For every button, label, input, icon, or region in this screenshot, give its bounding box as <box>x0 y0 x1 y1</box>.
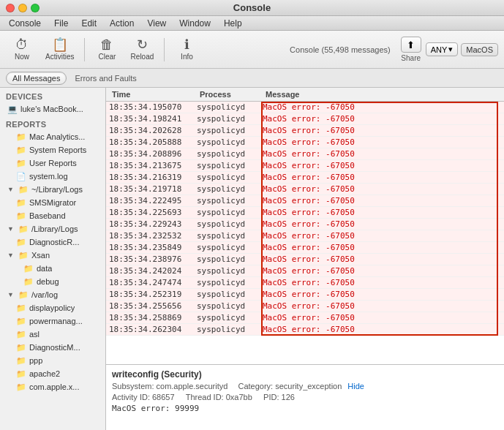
process-cell: syspolicyd <box>194 242 260 253</box>
sidebar-item-user-reports[interactable]: 📁 User Reports <box>1 156 104 170</box>
table-row[interactable]: 18:35:34.255656syspolicydMacOS error: -6… <box>106 301 504 312</box>
table-row[interactable]: 18:35:34.205888syspolicydMacOS error: -6… <box>106 137 504 148</box>
sidebar-item-library-logs-1[interactable]: ▼ 📁 ~/Library/Logs <box>1 183 104 196</box>
maximize-button[interactable] <box>31 4 40 12</box>
table-row[interactable]: 18:35:34.258869syspolicydMacOS error: -6… <box>106 312 504 324</box>
apache2-label: apache2 <box>29 369 60 378</box>
sidebar-item-system-reports[interactable]: 📁 System Reports <box>1 143 104 156</box>
sidebar-item-xsan[interactable]: ▼ 📁 Xsan <box>1 249 104 262</box>
now-button[interactable]: ⏱ Now <box>6 34 38 66</box>
table-row[interactable]: 18:35:34.195070syspolicydMacOS error: -6… <box>106 102 504 113</box>
activities-button[interactable]: 📋 Activities <box>41 34 78 66</box>
table-row[interactable]: 18:35:34.216319syspolicydMacOS error: -6… <box>106 172 504 184</box>
separator-2 <box>164 38 165 61</box>
table-row[interactable]: 18:35:34.222495syspolicydMacOS error: -6… <box>106 195 504 207</box>
share-button[interactable]: ⬆ <box>401 37 421 53</box>
table-row[interactable]: 18:35:34.232532syspolicydMacOS error: -6… <box>106 230 504 242</box>
log-rows-content: 18:35:34.195070syspolicydMacOS error: -6… <box>106 102 504 336</box>
folder-icon-9: 📁 <box>18 251 29 260</box>
menubar: Console File Edit Action View Window Hel… <box>0 16 504 31</box>
message-cell: MacOS error: -67050 <box>260 184 504 195</box>
clear-button[interactable]: 🗑 Clear <box>91 34 123 66</box>
hide-link[interactable]: Hide <box>347 382 364 391</box>
menu-help[interactable]: Help <box>218 17 248 30</box>
all-messages-filter[interactable]: All Messages <box>6 72 67 85</box>
sidebar-item-ppp[interactable]: 📁 ppp <box>1 354 104 367</box>
sidebar-item-system-log[interactable]: 📄 system.log <box>1 170 104 183</box>
menu-action[interactable]: Action <box>104 17 140 30</box>
table-row[interactable]: 18:35:34.247474syspolicydMacOS error: -6… <box>106 277 504 289</box>
message-cell: MacOS error: -67050 <box>260 277 504 288</box>
minimize-button[interactable] <box>18 4 27 12</box>
process-cell: syspolicyd <box>194 277 260 288</box>
table-row[interactable]: 18:35:34.202628syspolicydMacOS error: -6… <box>106 125 504 137</box>
log-table: Time Process Message 18:35:34.195070sysp… <box>106 88 504 364</box>
process-cell: syspolicyd <box>194 137 260 148</box>
folder-icon-13: 📁 <box>16 303 26 313</box>
info-button[interactable]: ℹ Info <box>170 34 203 66</box>
sidebar-item-baseband[interactable]: 📁 Baseband <box>1 209 104 222</box>
folder-icon-7: 📁 <box>18 225 29 234</box>
reload-button[interactable]: ↻ Reload <box>126 34 158 66</box>
process-cell: syspolicyd <box>194 254 260 265</box>
time-cell: 18:35:34.225693 <box>106 207 194 218</box>
time-cell: 18:35:34.205888 <box>106 137 194 148</box>
message-cell: MacOS error: -67050 <box>260 102 504 113</box>
sidebar-item-apache2[interactable]: 📁 apache2 <box>1 367 104 380</box>
process-cell: syspolicyd <box>194 102 260 113</box>
table-row[interactable]: 18:35:34.213675syspolicydMacOS error: -6… <box>106 160 504 172</box>
xsan-data-label: data <box>37 264 52 273</box>
errors-faults-filter[interactable]: Errors and Faults <box>68 72 143 85</box>
message-cell: MacOS error: -67050 <box>260 301 504 312</box>
process-cell: syspolicyd <box>194 289 260 300</box>
table-row[interactable]: 18:35:34.225693syspolicydMacOS error: -6… <box>106 207 504 219</box>
sidebar-item-asl[interactable]: 📁 asl <box>1 328 104 341</box>
process-cell: syspolicyd <box>194 160 260 171</box>
main-content: Devices 💻 luke's MacBook... Reports 📁 Ma… <box>0 88 504 430</box>
detail-thread-id: Thread ID: 0xa7bb <box>186 393 252 401</box>
time-cell: 18:35:34.262304 <box>106 324 194 335</box>
sidebar-item-xsan-debug[interactable]: 📁 debug <box>1 275 104 288</box>
sidebar-item-var-log[interactable]: ▼ 📁 /var/log <box>1 288 104 301</box>
sidebar-item-smsmigrator[interactable]: 📁 SMSMigrator <box>1 196 104 209</box>
close-button[interactable] <box>6 4 15 12</box>
reload-label: Reload <box>131 53 154 61</box>
reload-icon: ↻ <box>137 38 148 51</box>
sidebar-item-diagnosticm[interactable]: 📁 DiagnosticM... <box>1 341 104 354</box>
table-row[interactable]: 18:35:34.219718syspolicydMacOS error: -6… <box>106 184 504 195</box>
folder-icon-2: 📁 <box>16 146 26 155</box>
sidebar-item-mac-analytics[interactable]: 📁 Mac Analytics... <box>1 130 104 143</box>
sidebar-item-com-apple-x[interactable]: 📁 com.apple.x... <box>1 380 104 393</box>
sidebar-item-powermanag[interactable]: 📁 powermanag... <box>1 314 104 328</box>
detail-title: writeconfig (Security) <box>112 369 498 380</box>
time-cell: 18:35:34.216319 <box>106 172 194 183</box>
menu-view[interactable]: View <box>141 17 172 30</box>
menu-window[interactable]: Window <box>173 17 217 30</box>
table-row[interactable]: 18:35:34.262304syspolicydMacOS error: -6… <box>106 324 504 336</box>
table-row[interactable]: 18:35:34.229243syspolicydMacOS error: -6… <box>106 219 504 230</box>
menu-edit[interactable]: Edit <box>75 17 102 30</box>
any-filter-button[interactable]: ANY ▾ <box>426 42 459 56</box>
table-row[interactable]: 18:35:34.242024syspolicydMacOS error: -6… <box>106 265 504 277</box>
time-cell: 18:35:34.247474 <box>106 277 194 288</box>
sidebar-item-library-logs-2[interactable]: ▼ 📁 /Library/Logs <box>1 222 104 235</box>
table-row[interactable]: 18:35:34.238976syspolicydMacOS error: -6… <box>106 254 504 265</box>
table-row[interactable]: 18:35:34.252319syspolicydMacOS error: -6… <box>106 289 504 301</box>
sidebar-item-diagnosticr[interactable]: 📁 DiagnosticR... <box>1 235 104 249</box>
baseband-label: Baseband <box>29 211 66 220</box>
any-chevron-icon: ▾ <box>448 45 453 54</box>
table-row[interactable]: 18:35:34.198241syspolicydMacOS error: -6… <box>106 113 504 125</box>
menu-file[interactable]: File <box>48 17 74 30</box>
sidebar-item-displaypolicy[interactable]: 📁 displaypolicy <box>1 301 104 314</box>
table-row[interactable]: 18:35:34.235849syspolicydMacOS error: -6… <box>106 242 504 254</box>
library-logs-1-label: ~/Library/Logs <box>31 185 83 194</box>
system-log-label: system.log <box>29 172 68 181</box>
diagnosticr-label: DiagnosticR... <box>29 238 79 246</box>
filterbar: All Messages Errors and Faults <box>0 69 504 88</box>
sidebar: Devices 💻 luke's MacBook... Reports 📁 Ma… <box>0 88 106 430</box>
menu-console[interactable]: Console <box>3 17 47 30</box>
folder-icon-17: 📁 <box>16 356 26 366</box>
sidebar-item-device[interactable]: 💻 luke's MacBook... <box>1 102 104 116</box>
sidebar-item-xsan-data[interactable]: 📁 data <box>1 262 104 275</box>
table-row[interactable]: 18:35:34.208896syspolicydMacOS error: -6… <box>106 148 504 160</box>
